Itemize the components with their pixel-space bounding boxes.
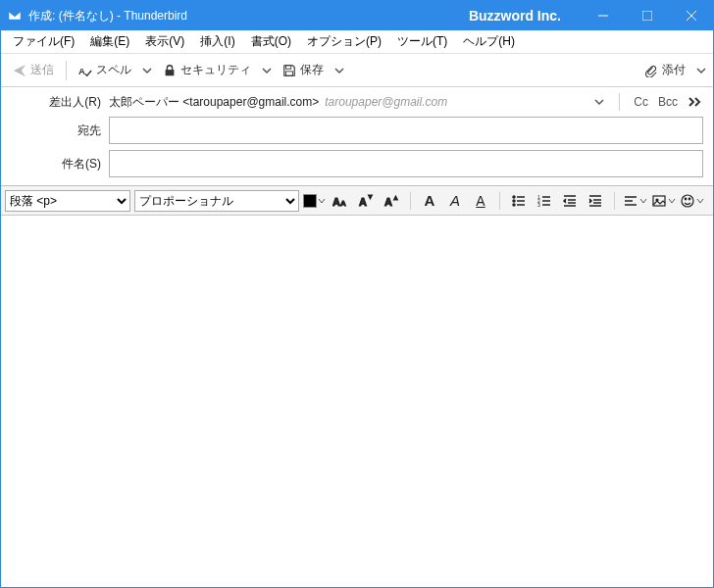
save-icon bbox=[282, 64, 296, 77]
spell-button[interactable]: A スペル bbox=[73, 58, 137, 82]
svg-text:3: 3 bbox=[537, 202, 540, 208]
svg-text:▲: ▲ bbox=[392, 194, 399, 201]
svg-text:A: A bbox=[332, 196, 340, 208]
svg-point-41 bbox=[688, 198, 690, 200]
bold-button[interactable]: A bbox=[419, 190, 440, 212]
send-label: 送信 bbox=[30, 62, 54, 78]
compose-toolbar: 送信 A スペル セキュリティ 保存 添付 bbox=[1, 54, 713, 87]
to-input[interactable] bbox=[109, 117, 703, 144]
from-hint: taroupaper@gmail.com bbox=[325, 95, 447, 109]
send-button[interactable]: 送信 bbox=[7, 58, 60, 82]
cc-button[interactable]: Cc bbox=[634, 95, 648, 109]
menu-insert[interactable]: 挿入(I) bbox=[192, 30, 242, 53]
attach-button[interactable]: 添付 bbox=[638, 58, 691, 82]
titlebar: 作成: (件名なし) - Thunderbird Buzzword Inc. bbox=[1, 1, 713, 30]
spell-label: スペル bbox=[96, 62, 131, 78]
svg-text:A: A bbox=[340, 199, 346, 208]
maximize-button[interactable] bbox=[625, 1, 669, 30]
subject-input[interactable] bbox=[109, 150, 703, 177]
align-button[interactable] bbox=[623, 193, 647, 209]
subject-label: 件名(S) bbox=[11, 156, 109, 172]
format-toolbar: 段落 <p> プロポーショナル AA A▼ A▲ A A A 123 bbox=[1, 186, 713, 216]
chevron-down-icon[interactable] bbox=[141, 65, 153, 76]
svg-text:A: A bbox=[359, 196, 367, 208]
chevron-down-icon[interactable] bbox=[593, 96, 605, 108]
chevron-down-icon[interactable] bbox=[333, 65, 345, 76]
paragraph-select[interactable]: 段落 <p> bbox=[5, 190, 130, 212]
outdent-button[interactable] bbox=[559, 190, 581, 212]
brand-label: Buzzword Inc. bbox=[469, 8, 561, 24]
svg-text:▼: ▼ bbox=[367, 193, 374, 200]
chevron-down-icon[interactable] bbox=[261, 65, 273, 76]
security-button[interactable]: セキュリティ bbox=[157, 58, 257, 82]
svg-point-14 bbox=[513, 196, 515, 198]
separator bbox=[410, 192, 411, 210]
svg-point-16 bbox=[513, 200, 515, 202]
bcc-button[interactable]: Bcc bbox=[658, 95, 678, 109]
menu-tools[interactable]: ツール(T) bbox=[389, 30, 455, 53]
spell-icon: A bbox=[78, 64, 92, 77]
menu-options[interactable]: オプション(P) bbox=[299, 30, 389, 53]
bullet-list-button[interactable] bbox=[508, 190, 530, 212]
send-icon bbox=[13, 64, 26, 77]
svg-point-40 bbox=[685, 198, 687, 200]
to-row: 宛先 bbox=[11, 117, 703, 144]
to-label: 宛先 bbox=[11, 122, 109, 139]
chevron-down-icon bbox=[639, 197, 647, 205]
insert-image-button[interactable] bbox=[651, 193, 676, 209]
svg-rect-1 bbox=[642, 11, 652, 21]
paperclip-icon bbox=[644, 64, 658, 77]
font-size-decrease-button[interactable]: A▼ bbox=[355, 190, 377, 212]
security-label: セキュリティ bbox=[180, 62, 251, 78]
menu-edit[interactable]: 編集(E) bbox=[82, 30, 137, 53]
separator bbox=[619, 93, 620, 111]
subject-row: 件名(S) bbox=[11, 150, 703, 177]
font-size-reset-button[interactable]: AA bbox=[330, 190, 351, 212]
separator bbox=[614, 192, 615, 210]
message-body[interactable] bbox=[1, 216, 713, 578]
number-list-button[interactable]: 123 bbox=[534, 190, 555, 212]
svg-text:A: A bbox=[78, 65, 85, 75]
lock-icon bbox=[163, 64, 177, 77]
svg-rect-7 bbox=[286, 71, 293, 74]
svg-rect-5 bbox=[166, 70, 175, 75]
separator bbox=[66, 61, 67, 80]
svg-point-39 bbox=[682, 195, 693, 207]
save-label: 保存 bbox=[300, 62, 324, 78]
color-swatch-icon bbox=[303, 194, 317, 208]
font-select[interactable]: プロポーショナル bbox=[134, 190, 299, 212]
italic-button[interactable]: A bbox=[444, 190, 466, 212]
expand-icon[interactable] bbox=[688, 96, 703, 108]
svg-point-18 bbox=[513, 204, 515, 206]
svg-text:A: A bbox=[384, 196, 392, 208]
attach-label: 添付 bbox=[662, 62, 686, 78]
app-icon bbox=[7, 8, 23, 24]
header-fields: 差出人(R) 太郎ペーパー <taroupaper@gmail.com> tar… bbox=[1, 87, 713, 186]
save-button[interactable]: 保存 bbox=[277, 58, 330, 82]
text-color-button[interactable] bbox=[303, 194, 326, 208]
indent-button[interactable] bbox=[585, 190, 606, 212]
emoji-button[interactable] bbox=[680, 193, 704, 209]
menu-view[interactable]: 表示(V) bbox=[137, 30, 192, 53]
from-label: 差出人(R) bbox=[11, 94, 109, 111]
chevron-down-icon[interactable] bbox=[695, 65, 707, 76]
menu-file[interactable]: ファイル(F) bbox=[5, 30, 82, 53]
menubar: ファイル(F) 編集(E) 表示(V) 挿入(I) 書式(O) オプション(P)… bbox=[1, 30, 713, 54]
underline-button[interactable]: A bbox=[470, 190, 491, 212]
font-size-increase-button[interactable]: A▲ bbox=[381, 190, 402, 212]
menu-format[interactable]: 書式(O) bbox=[243, 30, 299, 53]
from-value[interactable]: 太郎ペーパー <taroupaper@gmail.com> bbox=[109, 94, 319, 111]
close-button[interactable] bbox=[669, 1, 713, 30]
chevron-down-icon bbox=[668, 197, 676, 205]
chevron-down-icon bbox=[696, 197, 704, 205]
chevron-down-icon bbox=[318, 197, 326, 205]
minimize-button[interactable] bbox=[581, 1, 625, 30]
separator bbox=[499, 192, 500, 210]
menu-help[interactable]: ヘルプ(H) bbox=[455, 30, 523, 53]
window-title: 作成: (件名なし) - Thunderbird bbox=[28, 8, 187, 24]
from-row: 差出人(R) 太郎ペーパー <taroupaper@gmail.com> tar… bbox=[11, 93, 703, 111]
